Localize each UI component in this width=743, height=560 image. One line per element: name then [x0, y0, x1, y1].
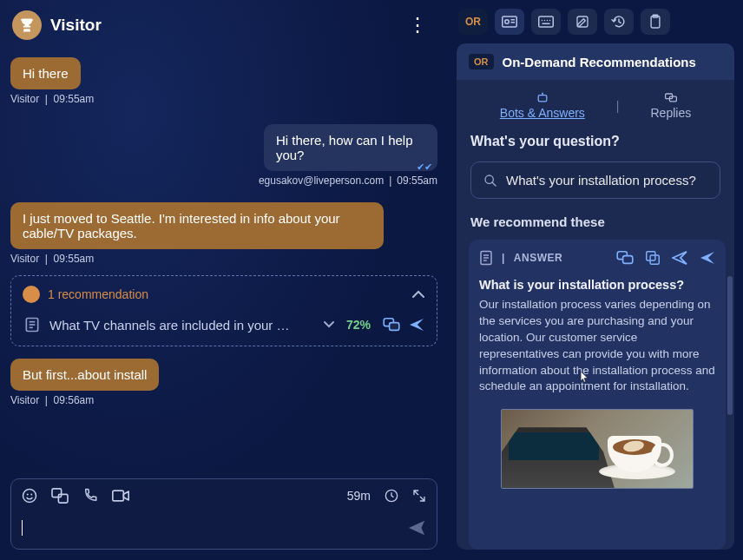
- answer-image: [501, 409, 694, 489]
- inline-recommendation-card: 1 recommendation What TV channels are in…: [10, 275, 437, 346]
- svg-point-20: [547, 20, 549, 22]
- document-icon: [23, 316, 41, 333]
- phone-icon[interactable]: [82, 488, 98, 504]
- agent-message: Hi there, how can I help you?: [264, 124, 437, 171]
- answer-card: | ANSWER What is your: [469, 240, 726, 550]
- message-meta: Visitor | 09:55am: [10, 253, 437, 265]
- message-sender: egusakov@liveperson.com: [259, 175, 384, 187]
- recommendation-count-label: 1 recommendation: [48, 287, 148, 301]
- keyboard-icon[interactable]: [531, 9, 561, 35]
- recommendation-icon: [23, 287, 39, 302]
- tab-label: Replies: [650, 106, 691, 120]
- preview-conversation-icon[interactable]: [616, 251, 634, 265]
- panel-title: On-Demand Recommendations: [503, 55, 696, 69]
- svg-point-8: [30, 494, 32, 496]
- message-time: 09:55am: [54, 93, 95, 105]
- confidence-score: 72%: [343, 318, 374, 332]
- message-time: 09:56am: [54, 394, 95, 406]
- emoji-picker-icon[interactable]: [22, 488, 37, 504]
- visitor-message: Hi there: [10, 57, 81, 89]
- send-button[interactable]: [407, 519, 426, 537]
- tab-divider: |: [616, 99, 620, 113]
- recommendation-item-title[interactable]: What TV channels are included in your …: [49, 318, 315, 333]
- text-caret: [22, 520, 23, 536]
- more-menu-button[interactable]: ⋮: [399, 10, 436, 40]
- tab-bots-answers[interactable]: Bots & Answers: [500, 92, 585, 120]
- message-sender: Visitor: [10, 93, 39, 105]
- profile-card-icon[interactable]: [495, 9, 524, 35]
- edit-icon[interactable]: [568, 9, 597, 35]
- recommendations-heading: We recommend these: [457, 199, 734, 236]
- history-icon[interactable]: [604, 9, 634, 35]
- svg-rect-26: [538, 96, 547, 102]
- message-time: 09:55am: [54, 253, 95, 265]
- svg-point-19: [544, 20, 546, 22]
- chat-title: Visitor: [50, 16, 399, 35]
- search-box[interactable]: [470, 161, 720, 199]
- svg-line-32: [492, 182, 496, 186]
- svg-rect-38: [623, 256, 633, 264]
- or-tab-button[interactable]: OR: [458, 9, 488, 35]
- collapse-toggle[interactable]: [412, 290, 424, 299]
- message-meta: egusakov@liveperson.com | 09:55am: [10, 175, 437, 187]
- message-sender: Visitor: [10, 253, 39, 265]
- svg-point-28: [542, 92, 543, 94]
- message-meta: Visitor | 09:56am: [10, 394, 437, 406]
- preview-conversation-icon[interactable]: [383, 318, 400, 332]
- or-badge: OR: [469, 54, 494, 69]
- insert-answer-icon[interactable]: [672, 251, 687, 265]
- canned-response-icon[interactable]: [51, 488, 69, 504]
- scrollbar[interactable]: [727, 276, 733, 415]
- expand-icon[interactable]: [412, 489, 426, 503]
- message-time: 09:55am: [397, 175, 437, 187]
- copy-answer-icon[interactable]: [646, 251, 660, 265]
- message-input[interactable]: [11, 512, 437, 549]
- clock-icon[interactable]: [385, 489, 398, 503]
- svg-rect-10: [58, 494, 68, 503]
- question-prompt: What's your question?: [457, 128, 734, 158]
- svg-point-18: [542, 20, 543, 22]
- svg-point-21: [549, 20, 551, 22]
- svg-rect-5: [390, 323, 399, 331]
- video-icon[interactable]: [112, 489, 129, 503]
- search-input[interactable]: [506, 173, 707, 188]
- message-sender: Visitor: [10, 394, 39, 406]
- svg-rect-9: [52, 489, 62, 497]
- tab-replies[interactable]: Replies: [650, 92, 691, 120]
- read-receipt-icon: ✔✔: [417, 161, 432, 173]
- session-timer: 59m: [347, 489, 371, 503]
- chevron-down-icon[interactable]: [324, 320, 334, 329]
- send-answer-icon[interactable]: [700, 251, 715, 265]
- svg-rect-11: [113, 491, 124, 501]
- message-meta: Visitor | 09:55am: [10, 93, 437, 105]
- composer: 59m: [10, 478, 437, 550]
- answer-body: Our installation process varies dependin…: [479, 297, 715, 395]
- search-icon: [483, 174, 497, 188]
- answer-type-label: ANSWER: [514, 252, 562, 264]
- visitor-message: I just moved to Seattle. I'm interested …: [10, 202, 384, 249]
- clipboard-icon[interactable]: [641, 9, 670, 35]
- visitor-avatar-trophy: [12, 10, 42, 40]
- svg-rect-17: [539, 16, 554, 27]
- send-recommendation-icon[interactable]: [409, 318, 424, 332]
- svg-point-7: [27, 494, 29, 496]
- svg-point-14: [505, 20, 510, 24]
- document-icon: [479, 250, 493, 266]
- svg-rect-23: [577, 16, 588, 27]
- svg-point-6: [23, 490, 36, 503]
- divider: |: [502, 252, 505, 264]
- visitor-message: But first...about install: [10, 359, 159, 391]
- answer-title: What is your installation process?: [479, 278, 715, 292]
- tab-label: Bots & Answers: [500, 106, 585, 120]
